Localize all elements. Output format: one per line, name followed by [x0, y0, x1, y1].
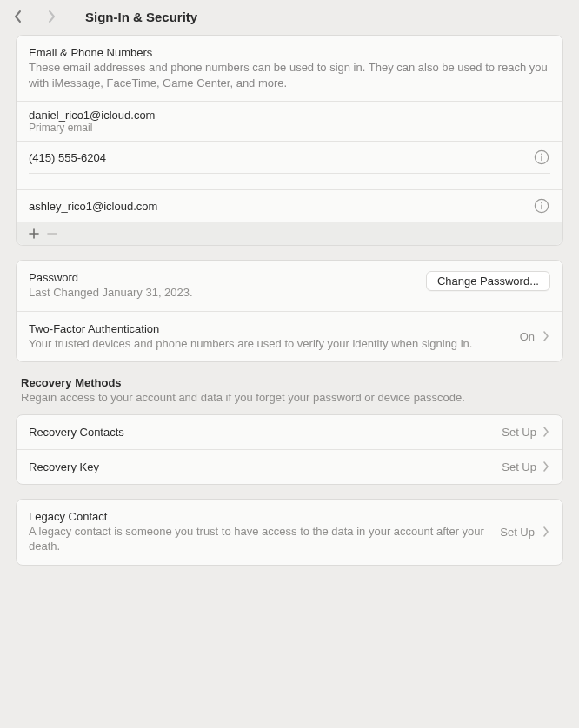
info-icon[interactable]: [533, 197, 550, 215]
contact-value: (415) 555-6204: [29, 151, 106, 164]
contact-row-secondary-email[interactable]: ashley_rico1@icloud.com: [17, 190, 562, 222]
page-title: Sign-In & Security: [85, 10, 197, 24]
password-sub: Last Changed January 31, 2023.: [29, 285, 193, 301]
info-icon[interactable]: [533, 149, 550, 166]
contact-sublabel: Primary email: [29, 122, 155, 134]
svg-point-5: [541, 202, 542, 204]
recovery-title: Recovery Methods: [21, 376, 558, 389]
recovery-key-label: Recovery Key: [29, 460, 99, 473]
add-remove-bar: [17, 222, 562, 245]
email-phone-title: Email & Phone Numbers: [29, 46, 550, 59]
nav-arrows: [12, 9, 57, 24]
password-title: Password: [29, 271, 193, 284]
recovery-panel: Recovery Contacts Set Up Recovery Key Se…: [16, 414, 563, 485]
twofa-row[interactable]: Two-Factor Authentication Your trusted d…: [17, 312, 562, 362]
header-bar: Sign-In & Security: [0, 0, 579, 35]
password-twofa-panel: Password Last Changed January 31, 2023. …: [16, 260, 563, 362]
recovery-contacts-status: Set Up: [502, 426, 536, 439]
email-phone-panel: Email & Phone Numbers These email addres…: [16, 35, 563, 246]
legacy-panel: Legacy Contact A legacy contact is someo…: [16, 499, 563, 566]
contact-row-primary-email[interactable]: daniel_rico1@icloud.com Primary email: [17, 102, 562, 141]
remove-button: [43, 226, 61, 242]
chevron-right-icon: [542, 460, 550, 473]
chevron-right-icon: [542, 330, 550, 342]
contact-row-phone[interactable]: (415) 555-6204: [17, 142, 562, 173]
recovery-key-status: Set Up: [502, 460, 536, 473]
recovery-contacts-label: Recovery Contacts: [29, 426, 124, 439]
password-row: Password Last Changed January 31, 2023. …: [17, 261, 562, 311]
contact-value: ashley_rico1@icloud.com: [29, 200, 157, 213]
legacy-title: Legacy Contact: [29, 510, 493, 523]
chevron-right-icon: [542, 426, 550, 438]
twofa-desc: Your trusted devices and phone numbers a…: [29, 336, 513, 352]
legacy-desc: A legacy contact is someone you trust to…: [29, 524, 493, 554]
add-button[interactable]: [25, 226, 43, 242]
back-button[interactable]: [12, 9, 24, 24]
twofa-title: Two-Factor Authentication: [29, 322, 513, 335]
recovery-contacts-row[interactable]: Recovery Contacts Set Up: [17, 415, 562, 449]
svg-point-2: [541, 154, 542, 156]
twofa-status: On: [520, 330, 535, 343]
email-phone-header: Email & Phone Numbers These email addres…: [17, 36, 562, 101]
legacy-row[interactable]: Legacy Contact A legacy contact is someo…: [17, 500, 562, 565]
contact-value: daniel_rico1@icloud.com: [29, 109, 155, 122]
recovery-header: Recovery Methods Regain access to your a…: [16, 376, 563, 406]
forward-button: [45, 9, 57, 24]
chevron-right-icon: [542, 526, 550, 538]
recovery-key-row[interactable]: Recovery Key Set Up: [17, 450, 562, 484]
legacy-status: Set Up: [500, 526, 535, 539]
email-phone-desc: These email addresses and phone numbers …: [29, 60, 550, 90]
change-password-button[interactable]: Change Password...: [426, 271, 550, 291]
recovery-desc: Regain access to your account and data i…: [21, 390, 558, 406]
